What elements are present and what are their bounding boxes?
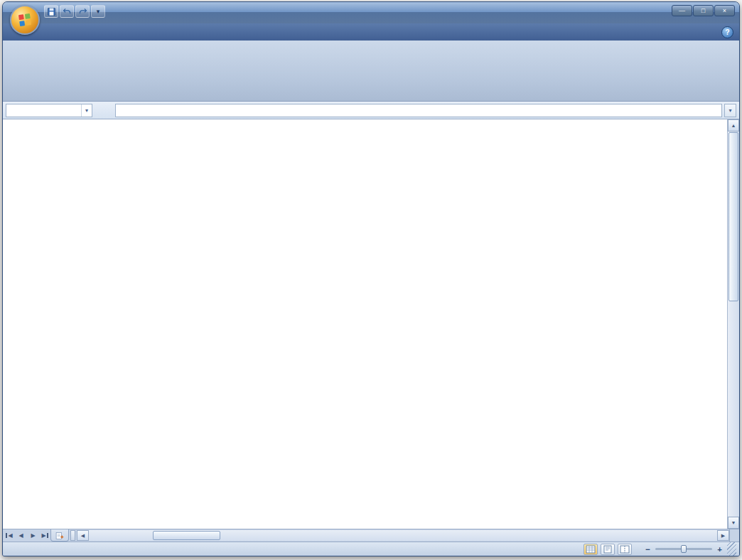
redo-button[interactable] xyxy=(75,5,90,18)
help-button[interactable]: ? xyxy=(721,26,733,38)
page-break-view-button[interactable] xyxy=(618,544,632,555)
minimize-button[interactable]: — xyxy=(672,5,692,16)
vertical-scrollbar[interactable]: ▲ ▼ xyxy=(727,119,739,529)
sheet-tab-bar: ◀ ◀ ▶ ▶ ◀ ▶ xyxy=(3,529,739,542)
office-button[interactable] xyxy=(10,5,40,35)
horizontal-scroll-thumb[interactable] xyxy=(153,531,220,540)
name-box[interactable]: ▾ xyxy=(6,104,92,117)
formula-bar: ▾ ▾ xyxy=(3,102,739,119)
office-logo-icon xyxy=(18,14,31,26)
qat-dropdown-button[interactable]: ▾ xyxy=(91,5,105,18)
zoom-slider[interactable] xyxy=(655,548,712,550)
scroll-right-button[interactable]: ▶ xyxy=(717,530,729,541)
formula-input[interactable] xyxy=(115,104,722,117)
name-box-dropdown-icon[interactable]: ▾ xyxy=(81,104,92,117)
window-title xyxy=(3,2,739,23)
scroll-up-button[interactable]: ▲ xyxy=(728,119,739,131)
scrollbar-corner xyxy=(729,529,739,542)
previous-sheet-button[interactable]: ◀ xyxy=(15,529,27,542)
ribbon-tab-bar: ? xyxy=(3,23,739,41)
resize-grip[interactable] xyxy=(727,542,736,556)
insert-worksheet-icon xyxy=(55,531,65,540)
sheet-area: ▲ ▼ xyxy=(3,119,739,529)
status-bar-right: − + xyxy=(584,542,736,556)
vertical-scroll-thumb[interactable] xyxy=(728,132,738,301)
zoom-slider-thumb[interactable] xyxy=(681,545,687,553)
next-sheet-button[interactable]: ▶ xyxy=(27,529,39,542)
zoom-out-button[interactable]: − xyxy=(643,545,652,554)
page-layout-view-button[interactable] xyxy=(601,544,615,555)
save-button[interactable] xyxy=(44,5,58,18)
zoom-in-button[interactable]: + xyxy=(715,545,724,554)
vertical-scroll-track[interactable] xyxy=(728,131,739,517)
insert-worksheet-tab[interactable] xyxy=(50,529,69,542)
spreadsheet-grid[interactable] xyxy=(3,119,727,529)
undo-button[interactable] xyxy=(60,5,74,18)
horizontal-scrollbar[interactable]: ◀ ▶ xyxy=(77,530,729,541)
window-controls: — □ × xyxy=(672,5,735,16)
maximize-button[interactable]: □ xyxy=(693,5,714,16)
tab-split-handle[interactable] xyxy=(70,530,75,541)
scroll-down-button[interactable]: ▼ xyxy=(728,517,739,529)
first-sheet-button[interactable]: ◀ xyxy=(3,529,15,542)
title-bar[interactable]: ▾ — □ × xyxy=(3,2,739,23)
horizontal-scroll-track[interactable] xyxy=(89,530,717,541)
quick-access-toolbar: ▾ xyxy=(44,5,105,18)
scroll-left-button[interactable]: ◀ xyxy=(77,530,89,541)
ribbon xyxy=(3,41,739,102)
normal-view-button[interactable] xyxy=(584,544,598,555)
excel-window: ▾ — □ × ? ▾ ▾ ▲ ▼ ◀ ◀ ▶ ▶ xyxy=(2,1,740,556)
insert-function-button[interactable] xyxy=(95,104,113,117)
expand-formula-bar-button[interactable]: ▾ xyxy=(724,104,736,117)
last-sheet-button[interactable]: ▶ xyxy=(39,529,51,542)
close-button[interactable]: × xyxy=(714,5,735,16)
status-bar: − + xyxy=(3,542,739,556)
